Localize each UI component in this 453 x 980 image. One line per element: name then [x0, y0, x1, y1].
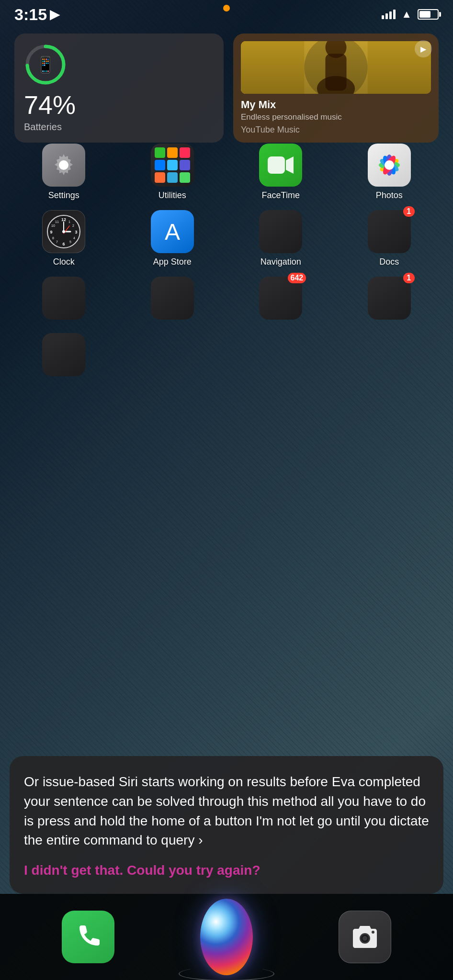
svg-rect-2: [241, 41, 431, 94]
siri-arrow-icon: ›: [198, 833, 203, 847]
app-navigation[interactable]: Navigation: [254, 210, 307, 267]
app-row-1: Settings Utilities: [10, 144, 443, 200]
app-row-2: 12 3 6 9 1 2 4 5 7 8 10 11: [10, 210, 443, 267]
settings-icon: [42, 144, 85, 187]
docs-icon: 1: [368, 210, 411, 253]
svg-text:2: 2: [72, 224, 74, 227]
social-1-icon: [42, 277, 85, 320]
app-messaging[interactable]: [146, 277, 199, 323]
widgets-area: 📱 74% Batteries ▶ My Mix End: [14, 33, 439, 143]
svg-rect-6: [325, 54, 346, 90]
status-right-icons: ▲: [382, 8, 439, 21]
siri-main-text: Or issue-based Siri starts working on re…: [24, 772, 429, 850]
email-badge: 642: [288, 273, 306, 283]
svg-rect-9: [268, 156, 285, 174]
time-display: 3:15: [14, 5, 47, 24]
signal-icon: [382, 10, 396, 19]
location-arrow-icon: ▶: [50, 7, 59, 22]
app-social-1[interactable]: [37, 277, 90, 323]
app-settings[interactable]: Settings: [37, 144, 90, 200]
app-social-2[interactable]: 1: [363, 277, 416, 323]
app-empty-2: [146, 333, 199, 380]
clock-label: Clock: [53, 257, 75, 267]
status-time: 3:15 ▶: [14, 5, 59, 24]
battery-widget-label: Batteries: [24, 122, 62, 133]
svg-text:8: 8: [52, 236, 54, 240]
navigation-icon: [259, 210, 302, 253]
album-art: [241, 41, 431, 94]
status-bar: 3:15 ▶ ▲: [0, 0, 453, 29]
svg-point-19: [385, 160, 394, 170]
app-docs[interactable]: 1 Docs: [363, 210, 416, 267]
music-widget-label: YouTube Music: [241, 125, 431, 135]
svg-point-5: [317, 76, 355, 94]
misc-bottom-icon: [42, 333, 85, 376]
social-2-icon: 1: [368, 277, 411, 320]
battery-icon: [418, 9, 439, 20]
music-title: My Mix: [241, 99, 431, 111]
app-appstore[interactable]: A App Store: [146, 210, 199, 267]
svg-text:3: 3: [75, 230, 78, 234]
siri-panel: Or issue-based Siri starts working on re…: [10, 756, 443, 894]
music-widget[interactable]: ▶ My Mix Endless personalised music YouT…: [233, 33, 439, 143]
dock-siri[interactable]: [200, 911, 253, 963]
music-subtitle: Endless personalised music: [241, 112, 431, 122]
battery-percentage: 74%: [24, 92, 76, 118]
app-row-4: [10, 333, 443, 380]
app-empty-3: [254, 333, 307, 380]
svg-text:10: 10: [51, 224, 55, 227]
siri-ball: [200, 911, 253, 963]
svg-point-40: [362, 936, 367, 941]
email-group-icon: 642: [259, 277, 302, 320]
app-email-group[interactable]: 642: [254, 277, 307, 323]
facetime-label: FaceTime: [262, 190, 300, 200]
utilities-icon: [151, 144, 194, 187]
svg-text:7: 7: [56, 240, 58, 244]
svg-text:5: 5: [69, 240, 71, 244]
utilities-label: Utilities: [159, 190, 186, 200]
photos-icon: [368, 144, 411, 187]
navigation-label: Navigation: [260, 257, 301, 267]
camera-icon: [339, 911, 391, 963]
docs-badge: 1: [403, 206, 415, 217]
svg-point-4: [304, 41, 367, 94]
wifi-icon: ▲: [401, 8, 412, 21]
svg-marker-10: [286, 156, 294, 174]
svg-point-36: [62, 230, 65, 233]
app-empty-4: [363, 333, 416, 380]
app-utilities[interactable]: Utilities: [146, 144, 199, 200]
svg-text:4: 4: [73, 236, 75, 240]
phone-screen: 3:15 ▶ ▲ 📱: [0, 0, 453, 980]
app-grid: Settings Utilities: [10, 144, 443, 390]
siri-error-text: I didn't get that. Could you try again?: [24, 861, 429, 880]
svg-text:A: A: [165, 219, 180, 245]
svg-text:1: 1: [68, 220, 70, 223]
settings-label: Settings: [48, 190, 79, 200]
dock-phone[interactable]: [62, 911, 114, 963]
dock-camera[interactable]: [339, 911, 391, 963]
battery-fill: [419, 11, 430, 18]
phone-outline-icon: 📱: [36, 56, 55, 74]
svg-text:9: 9: [50, 230, 53, 234]
phone-icon: [62, 911, 114, 963]
dock: [0, 894, 453, 980]
svg-point-41: [372, 931, 374, 934]
app-photos[interactable]: Photos: [363, 144, 416, 200]
app-clock[interactable]: 12 3 6 9 1 2 4 5 7 8 10 11: [37, 210, 90, 267]
clock-icon: 12 3 6 9 1 2 4 5 7 8 10 11: [42, 210, 85, 253]
music-play-button[interactable]: ▶: [415, 40, 432, 57]
facetime-icon: [259, 144, 302, 187]
appstore-label: App Store: [153, 257, 192, 267]
photos-label: Photos: [376, 190, 403, 200]
social-2-badge: 1: [403, 273, 415, 283]
svg-text:12: 12: [61, 217, 66, 222]
svg-text:11: 11: [55, 220, 59, 223]
battery-widget[interactable]: 📱 74% Batteries: [14, 33, 224, 143]
svg-text:6: 6: [63, 242, 65, 246]
docs-label: Docs: [379, 257, 399, 267]
app-facetime[interactable]: FaceTime: [254, 144, 307, 200]
app-misc-bottom[interactable]: [37, 333, 90, 380]
messaging-icon: [151, 277, 194, 320]
app-row-3: 642 1: [10, 277, 443, 323]
svg-point-7: [325, 41, 346, 58]
